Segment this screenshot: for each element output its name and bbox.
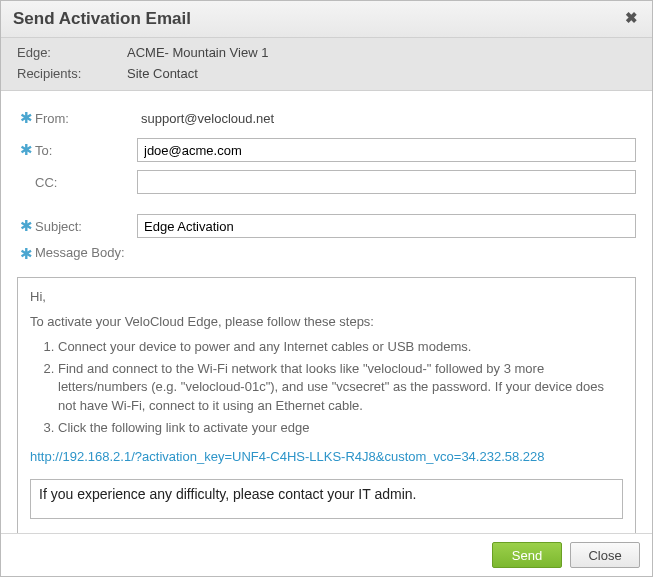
activation-link-wrapper: http://192.168.2.1/?activation_key=UNF4-… bbox=[30, 448, 623, 467]
close-icon[interactable]: ✖ bbox=[622, 10, 640, 28]
recipients-value: Site Contact bbox=[127, 66, 198, 81]
required-icon: ✱ bbox=[17, 217, 35, 235]
to-label: To: bbox=[35, 143, 137, 158]
message-body-label: Message Body: bbox=[35, 245, 137, 260]
meta-bar: Edge: ACME- Mountain View 1 Recipients: … bbox=[1, 38, 652, 91]
to-input[interactable] bbox=[137, 138, 636, 162]
required-icon: ✱ bbox=[17, 141, 35, 159]
cc-input[interactable] bbox=[137, 170, 636, 194]
message-body-row: ✱ Message Body: bbox=[17, 245, 636, 271]
dialog-title: Send Activation Email bbox=[13, 9, 191, 29]
cc-label: CC: bbox=[35, 175, 137, 190]
subject-row: ✱ Subject: bbox=[17, 213, 636, 239]
send-activation-email-dialog: Send Activation Email ✖ Edge: ACME- Moun… bbox=[0, 0, 653, 577]
message-step-1: Connect your device to power and any Int… bbox=[58, 338, 623, 357]
subject-label: Subject: bbox=[35, 219, 137, 234]
send-button[interactable]: Send bbox=[492, 542, 562, 568]
from-row: ✱ From: support@velocloud.net bbox=[17, 105, 636, 131]
message-intro: To activate your VeloCloud Edge, please … bbox=[30, 313, 623, 332]
message-footer-textarea[interactable] bbox=[30, 479, 623, 519]
to-row: ✱ To: bbox=[17, 137, 636, 163]
recipients-label: Recipients: bbox=[17, 66, 127, 81]
cc-row: CC: bbox=[17, 169, 636, 195]
dialog-footer: Send Close bbox=[1, 533, 652, 576]
activation-link[interactable]: http://192.168.2.1/?activation_key=UNF4-… bbox=[30, 449, 545, 464]
message-step-3: Click the following link to activate you… bbox=[58, 419, 623, 438]
meta-edge-row: Edge: ACME- Mountain View 1 bbox=[1, 42, 652, 63]
required-icon: ✱ bbox=[17, 109, 35, 127]
close-button[interactable]: Close bbox=[570, 542, 640, 568]
edge-value: ACME- Mountain View 1 bbox=[127, 45, 268, 60]
meta-recipients-row: Recipients: Site Contact bbox=[1, 63, 652, 84]
message-step-2: Find and connect to the Wi-Fi network th… bbox=[58, 360, 623, 417]
message-steps: Connect your device to power and any Int… bbox=[30, 338, 623, 438]
edge-label: Edge: bbox=[17, 45, 127, 60]
message-body-box: Hi, To activate your VeloCloud Edge, ple… bbox=[17, 277, 636, 533]
message-greeting: Hi, bbox=[30, 288, 623, 307]
required-icon: ✱ bbox=[17, 245, 35, 263]
dialog-header: Send Activation Email ✖ bbox=[1, 1, 652, 38]
from-label: From: bbox=[35, 111, 137, 126]
from-value: support@velocloud.net bbox=[137, 111, 274, 126]
dialog-body[interactable]: ✱ From: support@velocloud.net ✱ To: CC: … bbox=[1, 91, 652, 533]
subject-input[interactable] bbox=[137, 214, 636, 238]
